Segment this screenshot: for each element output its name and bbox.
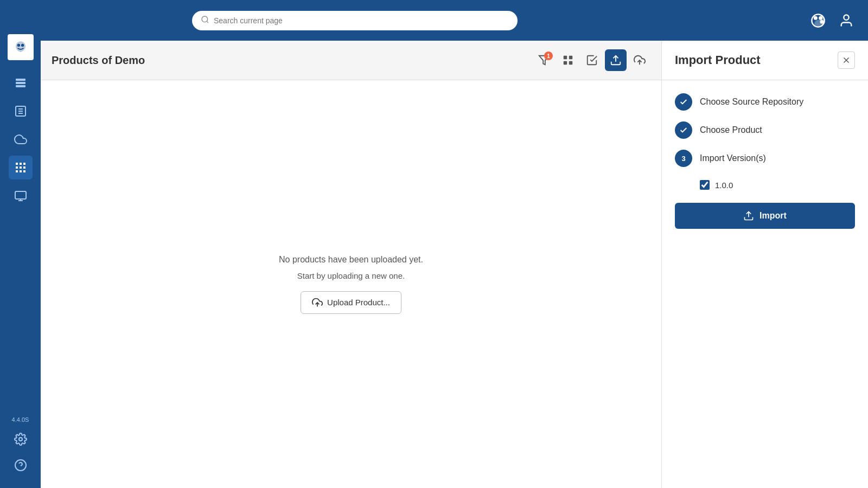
- version-label-1: 1.0.0: [715, 181, 733, 190]
- search-bar[interactable]: [192, 11, 518, 30]
- hamburger-menu[interactable]: [17, 7, 24, 25]
- svg-rect-6: [16, 79, 25, 81]
- search-input[interactable]: [214, 16, 509, 25]
- upload-product-button[interactable]: Upload Product...: [301, 291, 401, 314]
- version-checkbox-1[interactable]: [700, 180, 710, 190]
- filter-button[interactable]: 1: [533, 49, 555, 71]
- step-1-label: Choose Source Repository: [700, 97, 803, 107]
- step-3-label: Import Version(s): [700, 153, 766, 163]
- sidebar-icon-cards[interactable]: [9, 71, 33, 95]
- palette-icon[interactable]: [807, 10, 829, 31]
- filter-badge: 1: [544, 52, 553, 60]
- step-3-icon: 3: [675, 150, 692, 167]
- svg-point-4: [17, 44, 20, 47]
- step-3-number: 3: [681, 155, 685, 163]
- upload-button-label: Upload Product...: [327, 298, 390, 307]
- import-view-button[interactable]: [605, 49, 627, 71]
- svg-rect-38: [564, 61, 567, 65]
- main-area: Products of Demo 1: [41, 0, 868, 488]
- products-toolbar: 1: [533, 49, 650, 71]
- svg-point-28: [202, 16, 208, 22]
- version-label: 4.4.0S: [12, 416, 29, 423]
- products-header: Products of Demo 1: [41, 41, 661, 80]
- svg-point-31: [814, 17, 817, 20]
- svg-rect-37: [569, 56, 572, 59]
- svg-rect-20: [20, 170, 22, 172]
- sidebar-nav: [9, 71, 33, 416]
- import-button[interactable]: Import: [675, 203, 855, 229]
- svg-rect-7: [16, 82, 25, 84]
- sidebar-icon-list[interactable]: [9, 99, 33, 123]
- svg-point-5: [21, 44, 23, 47]
- empty-text-main: No products have been uploaded yet.: [279, 255, 423, 265]
- svg-rect-15: [23, 163, 25, 165]
- cloud-upload-button[interactable]: [629, 49, 650, 71]
- svg-rect-17: [20, 166, 22, 169]
- close-button[interactable]: [838, 52, 855, 69]
- svg-rect-8: [16, 85, 25, 87]
- step-2-label: Choose Product: [700, 125, 762, 135]
- sidebar-icon-cloud[interactable]: [9, 127, 33, 151]
- import-button-label: Import: [760, 211, 787, 221]
- step-1: Choose Source Repository: [675, 93, 855, 111]
- help-icon[interactable]: [9, 453, 33, 477]
- svg-rect-19: [16, 170, 18, 172]
- search-icon: [201, 15, 209, 26]
- topnav: [41, 0, 868, 41]
- import-header: Import Product: [662, 41, 868, 80]
- app-logo: [8, 34, 34, 60]
- step-3: 3 Import Version(s): [675, 150, 855, 167]
- svg-point-33: [821, 21, 824, 23]
- sidebar: 4.4.0S: [0, 0, 41, 488]
- list-view-button[interactable]: [581, 49, 603, 71]
- svg-point-32: [819, 17, 822, 20]
- sidebar-icon-monitor[interactable]: [9, 184, 33, 208]
- step-2: Choose Product: [675, 121, 855, 139]
- page-title: Products of Demo: [52, 54, 145, 67]
- step-2-icon: [675, 121, 692, 139]
- step-1-icon: [675, 93, 692, 111]
- import-panel: Import Product Choose Source: [662, 41, 868, 488]
- topnav-right: [807, 10, 857, 31]
- content-area: Products of Demo 1: [41, 41, 868, 488]
- empty-state: No products have been uploaded yet. Star…: [41, 80, 661, 488]
- products-panel: Products of Demo 1: [41, 41, 662, 488]
- svg-rect-21: [23, 170, 25, 172]
- sidebar-icon-grid[interactable]: [9, 156, 33, 179]
- user-icon[interactable]: [835, 10, 857, 31]
- svg-rect-13: [16, 163, 18, 165]
- svg-rect-36: [564, 56, 567, 59]
- settings-icon[interactable]: [9, 427, 33, 451]
- sidebar-bottom: 4.4.0S: [9, 416, 33, 481]
- svg-rect-18: [23, 166, 25, 169]
- grid-view-button[interactable]: [557, 49, 579, 71]
- svg-rect-22: [15, 191, 26, 199]
- import-steps: Choose Source Repository Choose Product …: [662, 80, 868, 180]
- version-item-1: 1.0.0: [700, 180, 855, 190]
- import-title: Import Product: [675, 53, 761, 67]
- svg-rect-14: [20, 163, 22, 165]
- empty-text-sub: Start by uploading a new one.: [297, 271, 405, 280]
- svg-rect-16: [16, 166, 18, 169]
- svg-rect-39: [569, 61, 572, 65]
- version-section: 1.0.0: [662, 180, 868, 203]
- svg-point-25: [19, 438, 22, 441]
- svg-point-34: [844, 15, 848, 20]
- svg-line-29: [207, 21, 208, 23]
